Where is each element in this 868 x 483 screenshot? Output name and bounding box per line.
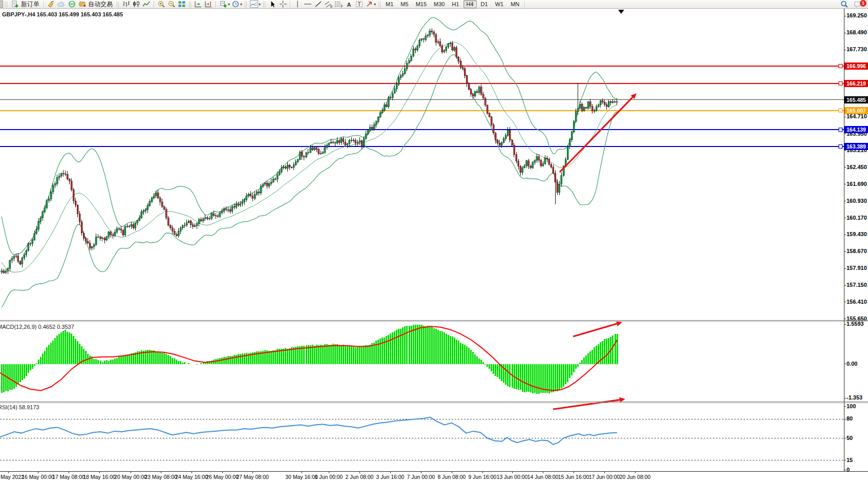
macd-pane[interactable] xyxy=(0,325,618,394)
periods-dropdown-caret[interactable]: ▾ xyxy=(240,2,242,7)
candle xyxy=(417,46,418,50)
line-handle[interactable] xyxy=(839,128,842,132)
candle xyxy=(274,179,276,179)
toolbar-grip xyxy=(378,2,380,7)
indicators-button[interactable] xyxy=(249,1,259,8)
equidistant-channel-tool-button[interactable]: E xyxy=(323,1,333,8)
text-label-tool-button[interactable]: T xyxy=(354,1,364,8)
cursor-icon xyxy=(269,1,276,8)
zoom-in-button[interactable] xyxy=(156,1,166,8)
candle xyxy=(108,232,110,237)
macd-bar xyxy=(34,364,35,366)
indicators-dropdown-caret[interactable]: ▾ xyxy=(259,2,261,7)
macd-bar xyxy=(402,327,404,364)
candle xyxy=(591,107,593,111)
price-line-badge: 165.485 xyxy=(844,96,868,103)
candle xyxy=(56,177,58,183)
macd-bar xyxy=(75,339,76,364)
candle xyxy=(489,113,490,117)
line-handle[interactable] xyxy=(839,145,842,149)
macd-bar xyxy=(289,348,290,364)
chart-canvas[interactable] xyxy=(0,0,868,483)
price-line-badge: 163.389 xyxy=(844,143,868,150)
candle xyxy=(415,49,416,50)
timeframe-H4[interactable]: H4 xyxy=(463,0,477,8)
timeframe-M1[interactable]: M1 xyxy=(383,0,396,8)
timeframe-MN[interactable]: MN xyxy=(507,0,522,8)
candle xyxy=(369,127,371,131)
macd-bar xyxy=(83,349,84,364)
tile-windows-button[interactable] xyxy=(177,1,187,8)
candlestick-icon xyxy=(132,1,140,8)
timeframe-M15[interactable]: M15 xyxy=(413,0,430,8)
pane-separator[interactable] xyxy=(0,320,868,321)
line-chart-mode-button[interactable] xyxy=(141,1,152,8)
candle xyxy=(431,31,433,32)
time-axis-label: 18 May 16:00 xyxy=(83,474,116,480)
candle xyxy=(198,219,200,224)
crosshair-tool-button[interactable] xyxy=(278,1,288,8)
macd-bar xyxy=(287,349,288,364)
chart-shift-marker[interactable] xyxy=(618,10,624,14)
macd-tick-label: 0.00 xyxy=(846,361,857,367)
signals-button[interactable] xyxy=(67,1,77,8)
bar-chart-mode-button[interactable] xyxy=(121,1,131,8)
candle xyxy=(518,161,519,166)
timeframe-M30[interactable]: M30 xyxy=(431,0,448,8)
candle xyxy=(69,179,70,181)
new-chart-button[interactable] xyxy=(218,1,228,8)
macd-bar xyxy=(155,352,157,364)
bollinger-upper-band xyxy=(2,17,617,255)
time-axis-label: 14 Jun 08:00 xyxy=(527,474,559,480)
auto-trading-button[interactable]: 自动交易 xyxy=(77,1,115,8)
arrows-dropdown-caret[interactable]: ▾ xyxy=(374,2,376,7)
cursor-tool-button[interactable] xyxy=(267,1,278,8)
arrows-tool-button[interactable] xyxy=(364,1,374,8)
trendline-tool-button[interactable] xyxy=(313,1,323,8)
macd-bar xyxy=(102,362,103,364)
macd-bar xyxy=(338,345,340,364)
auto-scroll-button[interactable] xyxy=(193,1,203,8)
timeframe-H1[interactable]: H1 xyxy=(449,0,462,8)
pane-separator xyxy=(0,403,868,403)
macd-bar xyxy=(77,341,78,364)
rsi-pane[interactable] xyxy=(0,417,844,460)
macd-bar xyxy=(464,345,465,364)
line-handle[interactable] xyxy=(839,65,842,68)
candlestick-mode-button[interactable] xyxy=(131,1,141,8)
vertical-line-tool-button[interactable] xyxy=(292,1,303,8)
clear-charts-button[interactable] xyxy=(46,1,56,8)
cloud-icon xyxy=(57,1,66,8)
new-chart-dropdown-caret[interactable]: ▾ xyxy=(228,2,230,7)
search-button[interactable] xyxy=(839,1,850,8)
cloud-button[interactable] xyxy=(56,1,67,8)
macd-bar xyxy=(223,357,225,364)
candle xyxy=(464,69,465,76)
fibonacci-tool-button[interactable]: F xyxy=(333,1,344,8)
zoom-out-button[interactable] xyxy=(166,1,177,8)
chart-shift-button[interactable] xyxy=(203,1,214,8)
horizontal-line-tool-button[interactable] xyxy=(303,1,313,8)
timeframe-M5[interactable]: M5 xyxy=(397,0,411,8)
timeframe-D1[interactable]: D1 xyxy=(478,0,491,8)
periods-button[interactable] xyxy=(230,1,241,8)
timeframe-W1[interactable]: W1 xyxy=(492,0,507,8)
main-pane[interactable] xyxy=(0,17,844,308)
candle xyxy=(557,182,558,193)
macd-bar xyxy=(200,363,202,364)
candle xyxy=(77,205,78,214)
macd-bar xyxy=(332,344,334,364)
macd-bar xyxy=(299,346,301,364)
candle xyxy=(279,172,280,175)
pane-separator[interactable] xyxy=(0,402,868,402)
notifications-button[interactable]: 1 xyxy=(854,1,865,8)
text-tool-button[interactable]: A xyxy=(344,1,354,8)
candle xyxy=(246,196,247,200)
trend-arrow-1[interactable] xyxy=(573,324,617,337)
line-handle[interactable] xyxy=(839,109,842,112)
candle xyxy=(176,235,177,236)
candle xyxy=(22,258,23,264)
new-order-button[interactable]: 新订单 xyxy=(9,1,41,8)
macd-bar xyxy=(349,346,350,364)
line-handle[interactable] xyxy=(839,81,842,85)
